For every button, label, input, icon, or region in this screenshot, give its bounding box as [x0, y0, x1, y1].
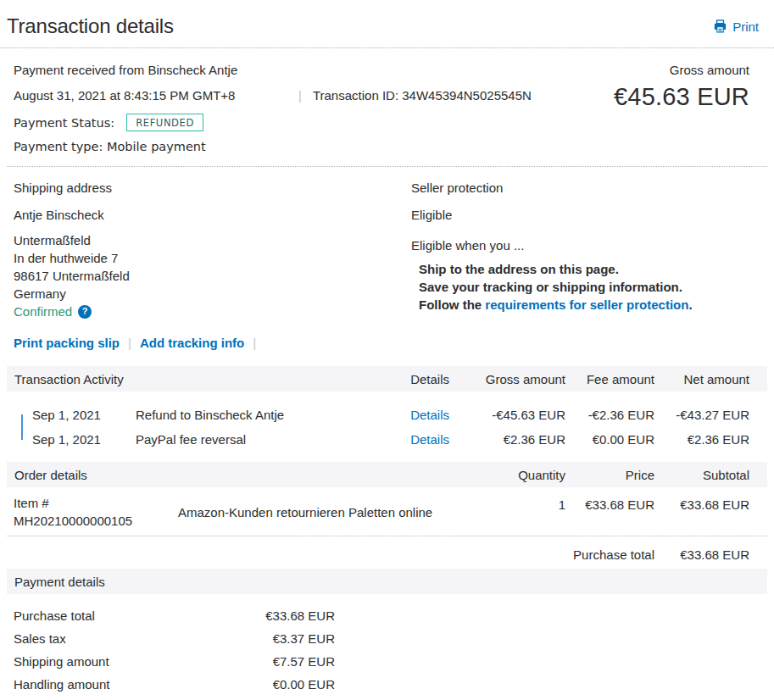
column-header-quantity: Quantity	[464, 468, 565, 482]
payment-date: August 31, 2021 at 8:43:15 PM GMT+8	[14, 88, 298, 103]
shipping-address-column: Shipping address Antje Binscheck Unterma…	[14, 180, 411, 366]
requirement-line: Follow the requirements for seller prote…	[419, 296, 760, 314]
payment-detail-label: Purchase total	[14, 608, 183, 624]
purchase-total-value: €33.68 EUR	[654, 547, 749, 563]
activity-fee: -€2.36 EUR	[565, 408, 654, 422]
payment-detail-label: Handling amount	[14, 676, 183, 692]
activity-net: €2.36 EUR	[654, 432, 749, 447]
order-item-row: Item # MH20210000000105 Amazon-Kunden re…	[7, 487, 767, 536]
shipping-action-links: Print packing slip|Add tracking info|	[14, 335, 411, 352]
column-header-net: Net amount	[654, 372, 749, 386]
page-title: Transaction details	[7, 14, 174, 38]
gross-amount-value: €45.63 EUR	[614, 83, 749, 111]
seller-protection-subtitle: Eligible when you ...	[411, 237, 760, 253]
payment-detail-value: €33.68 EUR	[183, 608, 335, 624]
payment-detail-label: Shipping amount	[14, 653, 183, 669]
address-line: Untermaßfeld	[14, 231, 411, 249]
purchase-total-label: Purchase total	[14, 547, 654, 563]
recipient-name: Antje Binscheck	[14, 207, 411, 223]
gross-amount-label: Gross amount	[614, 63, 749, 77]
status-badge: REFUNDED	[126, 114, 203, 131]
address-protection-section: Shipping address Antje Binscheck Unterma…	[7, 167, 767, 366]
payment-detail-value: €3.37 EUR	[183, 631, 335, 647]
requirement-line: Ship to the address on this page.	[419, 260, 760, 278]
transaction-activity-title: Transaction Activity	[7, 372, 356, 386]
table-row: Handling amount €0.00 EUR	[14, 676, 774, 692]
order-details-header: Order details Quantity Price Subtotal	[7, 462, 767, 487]
item-quantity: 1	[464, 497, 565, 536]
activity-description: Refund to Binscheck Antje	[136, 408, 356, 422]
transaction-activity-rows: Sep 1, 2021 Refund to Binscheck Antje De…	[7, 392, 767, 462]
column-header-price: Price	[565, 468, 654, 482]
details-link[interactable]: Details	[410, 432, 449, 447]
print-packing-slip-link[interactable]: Print packing slip	[14, 336, 120, 350]
column-header-details: Details	[356, 372, 449, 386]
activity-fee: €0.00 EUR	[565, 432, 654, 447]
address-line: In der huthweide 7	[14, 249, 411, 267]
gross-amount-box: Gross amount €45.63 EUR	[614, 63, 749, 111]
seller-protection-requirements-link[interactable]: requirements for seller protection	[485, 297, 688, 312]
order-details-title: Order details	[14, 468, 464, 482]
seller-protection-title: Seller protection	[411, 180, 760, 196]
payment-status-label: Payment Status:	[14, 116, 114, 130]
payment-details-header: Payment details	[7, 569, 767, 594]
table-row: Sales tax €3.37 EUR	[14, 631, 774, 647]
activity-net: -€43.27 EUR	[654, 408, 749, 422]
divider: |	[253, 336, 256, 350]
help-question-icon[interactable]: ?	[78, 305, 92, 319]
timeline-connector	[21, 414, 23, 440]
transaction-activity-header: Transaction Activity Details Gross amoun…	[7, 366, 767, 392]
column-header-subtotal: Subtotal	[654, 468, 749, 482]
table-row: Sep 1, 2021 Refund to Binscheck Antje De…	[7, 403, 749, 427]
item-subtotal: €33.68 EUR	[654, 497, 749, 536]
seller-protection-status: Eligible	[411, 207, 760, 223]
transaction-id: Transaction ID: 34W45394N5025545N	[313, 88, 532, 103]
payment-details-title: Payment details	[14, 575, 464, 589]
payment-status-row: Payment Status: REFUNDED	[14, 113, 760, 132]
payment-summary-section: Payment received from Binscheck Antje Au…	[7, 48, 767, 167]
activity-gross: -€45.63 EUR	[449, 408, 565, 422]
activity-date: Sep 1, 2021	[32, 432, 136, 447]
seller-protection-requirements: Ship to the address on this page. Save y…	[411, 260, 760, 314]
confirmed-label: Confirmed	[14, 303, 72, 320]
divider: |	[298, 88, 302, 103]
table-row: Shipping amount €7.57 EUR	[14, 653, 774, 669]
payment-detail-value: €0.00 EUR	[183, 676, 335, 692]
activity-gross: €2.36 EUR	[449, 432, 565, 447]
print-button[interactable]: Print	[713, 19, 759, 34]
payment-detail-label: Sales tax	[14, 631, 183, 647]
add-tracking-info-link[interactable]: Add tracking info	[140, 336, 244, 350]
table-row: Purchase total €33.68 EUR	[14, 608, 774, 624]
requirement-line: Save your tracking or shipping informati…	[419, 278, 760, 296]
column-header-fee: Fee amount	[565, 372, 654, 386]
payment-details-rows: Purchase total €33.68 EUR Sales tax €3.3…	[0, 594, 774, 692]
address-line: 98617 Untermaßfeld	[14, 267, 411, 285]
column-header-gross: Gross amount	[449, 372, 565, 386]
details-link[interactable]: Details	[410, 408, 449, 422]
activity-description: PayPal fee reversal	[136, 432, 356, 447]
address-line: Germany	[14, 285, 411, 303]
address-confirmed-row: Confirmed ?	[14, 303, 411, 320]
printer-icon	[713, 19, 727, 33]
activity-date: Sep 1, 2021	[32, 408, 136, 422]
table-row: Sep 1, 2021 PayPal fee reversal Details …	[7, 427, 749, 452]
payment-type: Payment type: Mobile payment	[14, 139, 760, 154]
item-description: Amazon-Kunden retournieren Paletten onli…	[178, 505, 464, 525]
item-price: €33.68 EUR	[565, 497, 654, 536]
seller-protection-column: Seller protection Eligible Eligible when…	[411, 180, 760, 366]
item-number: Item # MH20210000000105	[14, 494, 178, 536]
page-header: Transaction details Print	[0, 0, 774, 48]
payment-detail-value: €7.57 EUR	[183, 653, 335, 669]
divider: |	[128, 336, 131, 350]
print-label: Print	[732, 19, 759, 34]
shipping-address-title: Shipping address	[14, 180, 411, 196]
purchase-total-row: Purchase total €33.68 EUR	[7, 536, 767, 569]
